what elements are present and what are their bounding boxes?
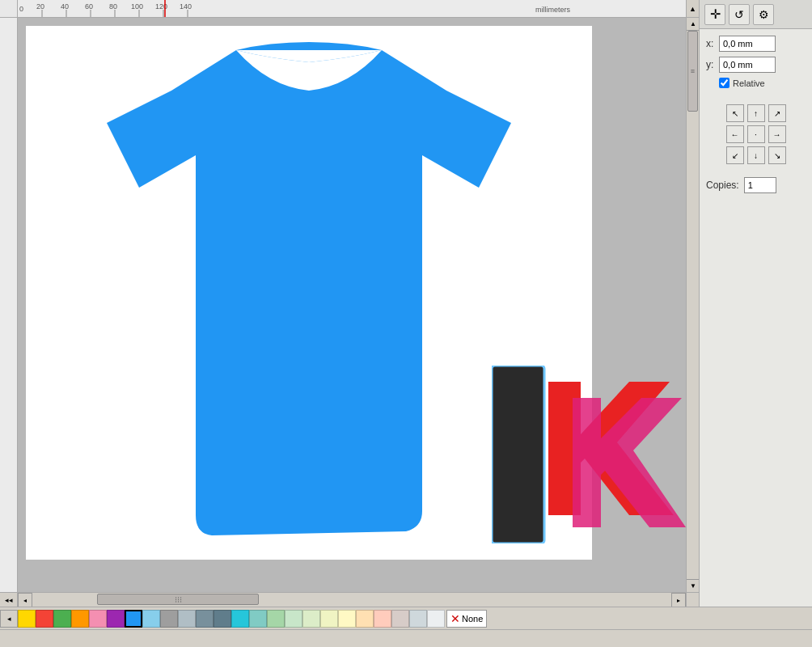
panel-coords: x: y: Relative — [700, 29, 812, 101]
panel-toolbar: ✛ ↺ ⚙ — [700, 0, 812, 29]
color-swatch-lime[interactable] — [302, 610, 320, 628]
none-label: None — [462, 614, 483, 624]
svg-text:80: 80 — [109, 2, 117, 11]
color-swatch-purple[interactable] — [107, 610, 125, 628]
color-swatch-orange[interactable] — [71, 610, 89, 628]
svg-text:20: 20 — [36, 2, 44, 11]
transform-row-1: ↖ ↑ ↗ — [706, 104, 806, 122]
main-area: 0 20 40 60 80 100 120 — [0, 0, 812, 607]
copies-input[interactable] — [744, 177, 776, 193]
transform-row-3: ↙ ↓ ↘ — [706, 146, 806, 164]
y-input[interactable] — [719, 57, 776, 73]
color-swatch-cyan[interactable] — [231, 610, 249, 628]
transform-settings-btn[interactable]: ⚙ — [753, 4, 774, 25]
y-label: y: — [706, 59, 716, 70]
hscroll-track: ⁝⁝⁝ — [32, 593, 671, 607]
y-coord-row: y: — [706, 57, 806, 73]
hscroll-left-arrows[interactable]: ◂◂ — [0, 593, 18, 607]
color-swatch-bluegray[interactable] — [178, 610, 196, 628]
color-swatch-yellow-green[interactable] — [320, 610, 338, 628]
transform-move-btn[interactable]: ✛ — [704, 4, 725, 25]
x-label: x: — [706, 38, 716, 49]
x-input[interactable] — [719, 36, 776, 52]
ruler-top-svg: 0 20 40 60 80 100 120 — [18, 0, 686, 18]
color-swatch-teal[interactable] — [249, 610, 267, 628]
svg-text:140: 140 — [180, 2, 192, 11]
right-panel: ✛ ↺ ⚙ x: y: — [699, 0, 812, 607]
svg-text:100: 100 — [131, 2, 143, 11]
canvas-scroll — [18, 18, 686, 592]
ruler-corner — [0, 0, 18, 18]
canvas-body: ▲ ≡ ▼ — [0, 18, 699, 592]
vscroll-down[interactable]: ▼ — [687, 579, 699, 592]
transform-ml-btn[interactable]: ← — [726, 125, 744, 143]
color-swatch-pale-green[interactable] — [285, 610, 302, 628]
color-swatch-green[interactable] — [53, 610, 71, 628]
hscroll-left[interactable]: ◂ — [18, 593, 32, 607]
relative-row: Relative — [719, 78, 806, 88]
hscroll-corner — [686, 593, 699, 607]
scroll-dots: ⁝⁝⁝ — [175, 595, 182, 604]
vscrollbar[interactable]: ▲ ≡ ▼ — [686, 18, 699, 592]
transform-rotate-btn[interactable]: ↺ — [729, 4, 750, 25]
ruler-left — [0, 18, 18, 592]
color-swatch-ltgreen[interactable] — [267, 610, 285, 628]
color-none-btn[interactable]: ✕ None — [446, 610, 487, 628]
svg-text:millimeters: millimeters — [535, 6, 571, 14]
ruler-left-svg — [0, 18, 18, 584]
palette-scroll-left[interactable]: ◂ — [0, 610, 18, 628]
color-swatch-skyblue[interactable] — [142, 610, 160, 628]
transform-bl-btn[interactable]: ↙ — [726, 146, 744, 164]
transform-tc-btn[interactable]: ↑ — [747, 104, 765, 122]
transform-mr-btn[interactable]: → — [768, 125, 786, 143]
svg-text:0: 0 — [19, 5, 23, 13]
color-swatch-blue[interactable] — [125, 610, 142, 628]
color-swatch-yellow[interactable] — [18, 610, 36, 628]
transform-row-2: ← · → — [706, 125, 806, 143]
rotate-icon: ↺ — [734, 8, 744, 21]
transform-br-btn[interactable]: ↘ — [768, 146, 786, 164]
color-swatch-pink[interactable] — [89, 610, 107, 628]
transform-tr-btn[interactable]: ↗ — [768, 104, 786, 122]
color-palette: ◂ ✕ None — [0, 607, 812, 629]
tshirt-container — [26, 26, 592, 560]
hscrollbar-area: ◂◂ ◂ ⁝⁝⁝ ▸ — [0, 592, 699, 607]
relative-label: Relative — [733, 78, 765, 88]
color-swatch-offwhite[interactable] — [427, 610, 445, 628]
color-swatch-gray[interactable] — [160, 610, 178, 628]
vscroll-up-arrow[interactable]: ▲ — [686, 0, 699, 18]
color-swatch-slate[interactable] — [196, 610, 214, 628]
svg-text:60: 60 — [85, 2, 93, 11]
vscroll-up[interactable]: ▲ — [687, 18, 699, 31]
svg-rect-0 — [18, 0, 686, 18]
transform-mc-btn[interactable]: · — [747, 125, 765, 143]
relative-checkbox[interactable] — [719, 78, 730, 88]
transform-bc-btn[interactable]: ↓ — [747, 146, 765, 164]
transform-grid: ↖ ↑ ↗ ← · → ↙ ↓ ↘ — [700, 101, 812, 171]
canvas-area: 0 20 40 60 80 100 120 — [0, 0, 699, 607]
x-coord-row: x: — [706, 36, 806, 52]
hscroll-thumb[interactable]: ⁝⁝⁝ — [97, 594, 259, 605]
svg-text:120: 120 — [155, 2, 167, 11]
x-icon: ✕ — [450, 612, 460, 625]
app-container: 0 20 40 60 80 100 120 — [0, 0, 812, 647]
settings-icon: ⚙ — [759, 8, 769, 21]
color-swatch-salmon[interactable] — [374, 610, 391, 628]
color-swatch-pale-blue[interactable] — [409, 610, 427, 628]
color-swatch-red[interactable] — [36, 610, 53, 628]
ruler-top: 0 20 40 60 80 100 120 — [18, 0, 686, 18]
vscroll-thumb[interactable]: ≡ — [687, 31, 698, 112]
copies-label: Copies: — [706, 180, 739, 191]
svg-rect-18 — [0, 18, 18, 584]
transform-tl-btn[interactable]: ↖ — [726, 104, 744, 122]
color-swatch-darkslate[interactable] — [214, 610, 231, 628]
svg-text:40: 40 — [61, 2, 69, 11]
color-swatch-tan[interactable] — [391, 610, 409, 628]
move-icon: ✛ — [710, 6, 721, 22]
status-bar — [0, 629, 812, 647]
color-swatch-peach[interactable] — [356, 610, 374, 628]
tshirt-svg — [107, 42, 511, 543]
color-swatch-pale-yellow[interactable] — [338, 610, 356, 628]
copies-row: Copies: — [700, 171, 812, 200]
hscroll-right[interactable]: ▸ — [671, 593, 686, 607]
